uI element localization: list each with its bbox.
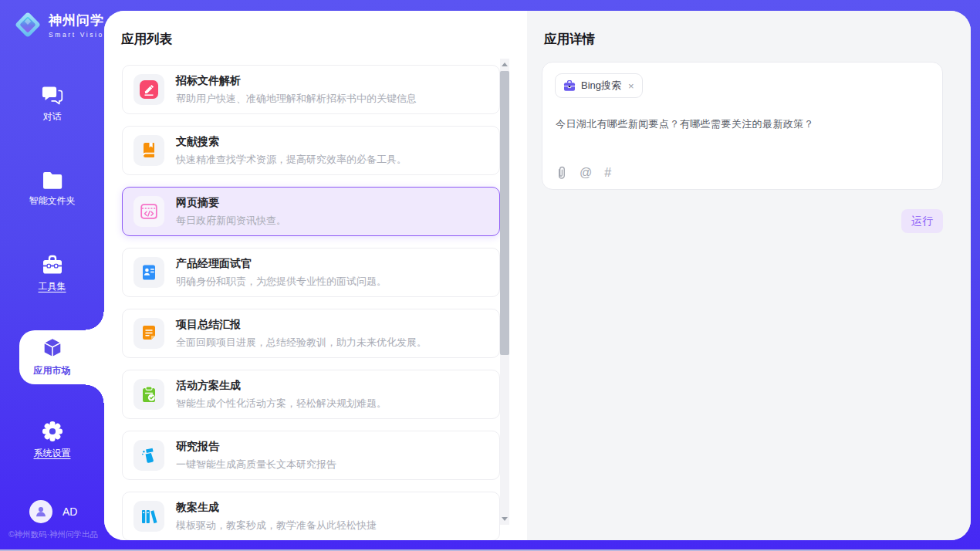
app-detail-pane: 应用详情 Bing搜索 × 今日湖北有哪些新闻要点？有哪些需要关注的最新政策？ — [527, 11, 971, 540]
main-panel: 应用列表 招标文件解析 帮助用户快速、准确地理解和解析招标书中的关键信息 — [104, 11, 971, 540]
person-icon — [35, 505, 47, 518]
cube-icon — [41, 336, 64, 360]
app-card-name: 产品经理面试官 — [176, 257, 387, 271]
mention-icon[interactable]: @ — [580, 167, 592, 179]
brand-name: 神州问学 — [49, 12, 110, 29]
scrollbar-thumb[interactable] — [500, 71, 509, 355]
brand-logo: 神州问学 Smart Vision — [13, 10, 110, 39]
app-card-literature-search[interactable]: 文献搜索 快速精准查找学术资源，提高研究效率的必备工具。 — [122, 126, 500, 175]
app-card-name: 活动方案生成 — [176, 379, 387, 393]
app-card-name: 教案生成 — [176, 501, 377, 515]
app-card-name: 文献搜索 — [176, 135, 407, 149]
tag-label: Bing搜索 — [581, 79, 621, 93]
gear-icon — [42, 421, 63, 442]
sidebar-item-toolset[interactable]: 工具集 — [0, 255, 104, 293]
scroll-up-icon[interactable] — [502, 63, 508, 66]
sidebar-item-smart-folder[interactable]: 智能文件夹 — [0, 171, 104, 208]
sidebar-item-label: 系统设置 — [0, 447, 104, 460]
app-list-title: 应用列表 — [121, 31, 172, 48]
run-button[interactable]: 运行 — [901, 209, 943, 233]
app-list-pane: 应用列表 招标文件解析 帮助用户快速、准确地理解和解析招标书中的关键信息 — [104, 11, 527, 540]
sidebar-item-label: 智能文件夹 — [0, 194, 104, 208]
interviewer-icon — [133, 257, 164, 288]
memo-icon — [133, 318, 164, 349]
sidebar-item-label: 对话 — [0, 110, 104, 123]
chat-icon — [42, 85, 63, 106]
app-card-name: 研究报告 — [176, 440, 336, 454]
avatar — [29, 500, 52, 523]
input-toolbar: @ # — [556, 166, 611, 180]
scrollbar[interactable] — [500, 59, 509, 525]
app-card-list: 招标文件解析 帮助用户快速、准确地理解和解析招标书中的关键信息 文献搜索 — [122, 65, 500, 540]
folder-icon — [42, 171, 63, 190]
briefcase-icon — [563, 80, 576, 92]
app-card-lesson-plan[interactable]: 教案生成 模板驱动，教案秒成，教学准备从此轻松快捷 — [122, 492, 500, 540]
books-icon — [133, 501, 164, 532]
bing-search-tag[interactable]: Bing搜索 × — [555, 73, 643, 98]
app-card-desc: 全面回顾项目进展，总结经验教训，助力未来优化发展。 — [176, 336, 427, 350]
app-card-desc: 模板驱动，教案秒成，教学准备从此轻松快捷 — [176, 519, 377, 532]
tab-curve-top — [86, 312, 104, 330]
copyright-text: ©神州数码·神州问学出品 — [0, 529, 106, 540]
scroll-down-icon[interactable] — [502, 517, 508, 521]
sidebar-item-settings[interactable]: 系统设置 — [0, 421, 104, 460]
app-card-desc: 智能生成个性化活动方案，轻松解决规划难题。 — [176, 397, 387, 411]
diamond-logo-icon — [13, 10, 42, 39]
app-card-pm-interviewer[interactable]: 产品经理面试官 明确身份和职责，为您提供专业性的面试问题。 — [122, 248, 500, 297]
app-card-bid-doc-analysis[interactable]: 招标文件解析 帮助用户快速、准确地理解和解析招标书中的关键信息 — [122, 65, 500, 114]
sidebar-item-chat[interactable]: 对话 — [0, 85, 104, 123]
app-card-name: 招标文件解析 — [176, 74, 417, 88]
tag-close-icon[interactable]: × — [628, 80, 634, 92]
app-card-name: 网页摘要 — [176, 196, 286, 210]
toolbox-icon — [42, 255, 63, 276]
app-card-name: 项目总结汇报 — [176, 318, 427, 332]
hash-icon[interactable]: # — [604, 167, 611, 179]
clipboard-check-icon — [133, 379, 164, 410]
sidebar-item-label: 工具集 — [0, 280, 104, 293]
app-card-desc: 每日政府新闻资讯快查。 — [176, 214, 286, 228]
bid-document-icon — [133, 74, 164, 105]
query-text[interactable]: 今日湖北有哪些新闻要点？有哪些需要关注的最新政策？ — [556, 117, 926, 131]
app-card-activity-plan[interactable]: 活动方案生成 智能生成个性化活动方案，轻松解决规划难题。 — [122, 370, 500, 419]
app-card-desc: 明确身份和职责，为您提供专业性的面试问题。 — [176, 275, 387, 289]
user-account[interactable]: AD — [29, 500, 77, 523]
query-input-card[interactable]: Bing搜索 × 今日湖北有哪些新闻要点？有哪些需要关注的最新政策？ @ # — [542, 62, 943, 190]
app-card-desc: 帮助用户快速、准确地理解和解析招标书中的关键信息 — [176, 92, 417, 106]
book-icon — [133, 135, 164, 166]
web-page-icon — [133, 196, 164, 227]
paperclip-icon[interactable] — [556, 166, 567, 180]
app-window: 神州问学 Smart Vision 对话 智能文件夹 工具集 — [0, 0, 980, 551]
app-card-web-summary[interactable]: 网页摘要 每日政府新闻资讯快查。 — [122, 187, 500, 236]
app-card-desc: 快速精准查找学术资源，提高研究效率的必备工具。 — [176, 153, 407, 167]
app-detail-title: 应用详情 — [544, 31, 595, 48]
app-card-desc: 一键智能生成高质量长文本研究报告 — [176, 458, 336, 472]
sidebar-item-label: 应用市场 — [0, 364, 104, 377]
brand-subtitle: Smart Vision — [49, 31, 110, 39]
sidebar-item-app-market[interactable]: 应用市场 — [0, 336, 104, 377]
ink-bottle-icon — [133, 440, 164, 471]
tab-curve-bottom — [86, 384, 104, 403]
app-card-project-summary[interactable]: 项目总结汇报 全面回顾项目进展，总结经验教训，助力未来优化发展。 — [122, 309, 500, 358]
user-name: AD — [63, 505, 77, 518]
app-card-research-report[interactable]: 研究报告 一键智能生成高质量长文本研究报告 — [122, 431, 500, 480]
